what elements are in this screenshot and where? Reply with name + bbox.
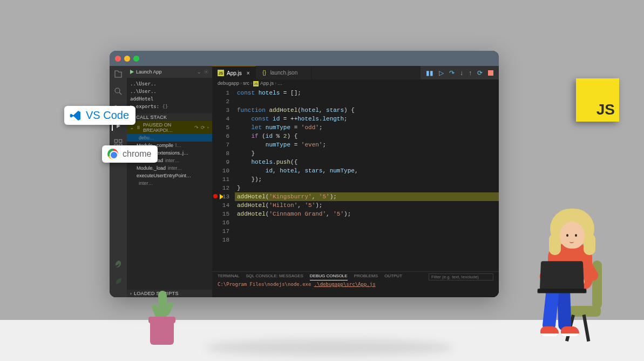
- editor-window: Launch App ⌄ ..\User....\User.. addHotel…: [110, 51, 499, 297]
- code-editor[interactable]: 123456789101112131415161718 const hotels…: [212, 88, 499, 271]
- breadcrumb-item[interactable]: src: [243, 81, 249, 86]
- continue-button[interactable]: ▷: [439, 69, 444, 77]
- line-number[interactable]: 6: [212, 132, 229, 141]
- editor-tabs: JSApp.js×{}launch.json× ▮▮ ▷ ↷ ↓ ↑ ⟳: [212, 66, 499, 79]
- panel-tab-terminal[interactable]: TERMINAL: [218, 273, 239, 280]
- callstack-header[interactable]: ⌄ CALL STACK: [127, 113, 212, 121]
- code-line[interactable]: addHotel('Hilton', '5');: [235, 201, 499, 210]
- chevron-right-icon: ›: [130, 291, 132, 296]
- panel-filter-input[interactable]: [429, 273, 493, 280]
- maximize-dot[interactable]: [133, 56, 139, 62]
- line-number[interactable]: 1: [212, 89, 229, 97]
- stop-icon[interactable]: ▫: [207, 125, 209, 130]
- panel-tab-problems[interactable]: PROBLEMS: [354, 273, 378, 280]
- restart-icon[interactable]: ⟳: [201, 125, 205, 130]
- code-line[interactable]: [235, 236, 499, 244]
- vscode-label: VS Code: [86, 109, 129, 122]
- code-line[interactable]: });: [235, 175, 499, 184]
- stack-frame[interactable]: inter…: [127, 179, 212, 187]
- breadcrumb-item[interactable]: …: [277, 81, 282, 86]
- stack-frame[interactable]: executeUserEntryPoint…: [127, 172, 212, 179]
- line-number[interactable]: 3: [212, 106, 229, 115]
- panel-tab-sql-console-messages[interactable]: SQL CONSOLE: MESSAGES: [246, 273, 303, 280]
- tab-app-js[interactable]: JSApp.js×: [212, 66, 256, 79]
- start-debug-icon[interactable]: [130, 70, 134, 74]
- leaf-icon[interactable]: [113, 259, 123, 269]
- breadcrumb[interactable]: debugapp›src›JSApp.js›…: [212, 79, 499, 88]
- line-number[interactable]: 14: [212, 201, 229, 210]
- code-line[interactable]: const hotels = [];: [235, 89, 499, 97]
- vscode-icon: [70, 110, 82, 122]
- loaded-scripts-title: LOADED SCRIPTS: [134, 291, 179, 296]
- line-number[interactable]: 9: [212, 158, 229, 166]
- search-icon[interactable]: [113, 86, 123, 96]
- launch-config-select[interactable]: Launch App: [136, 69, 195, 75]
- vscode-tag: VS Code: [64, 106, 135, 125]
- step-icon[interactable]: ↷: [194, 125, 199, 130]
- line-number[interactable]: 18: [212, 236, 229, 244]
- code-line[interactable]: if (id % 2) {: [235, 132, 499, 141]
- panel-tab-debug-console[interactable]: DEBUG CONSOLE: [310, 273, 348, 280]
- stack-frame[interactable]: Module._loadinter…: [127, 164, 212, 172]
- code-body[interactable]: const hotels = [];function addHotel(hote…: [233, 88, 499, 271]
- line-number[interactable]: 2: [212, 97, 229, 106]
- line-number[interactable]: 17: [212, 227, 229, 236]
- line-number[interactable]: 15: [212, 210, 229, 218]
- code-line[interactable]: numType = 'even';: [235, 141, 499, 149]
- code-line[interactable]: const id = ++hotels.length;: [235, 115, 499, 123]
- close-dot[interactable]: [115, 56, 121, 62]
- line-number[interactable]: 5: [212, 123, 229, 132]
- breadcrumb-item[interactable]: debugapp: [218, 81, 239, 86]
- restart-button[interactable]: ⟳: [477, 69, 483, 77]
- breadcrumb-item[interactable]: JSApp.js: [253, 81, 274, 86]
- code-line[interactable]: id, hotel, stars, numType,: [235, 166, 499, 175]
- activity-bar: [110, 66, 127, 297]
- svg-rect-5: [119, 139, 122, 142]
- variable-row[interactable]: > exports: {}: [130, 103, 209, 110]
- step-into-button[interactable]: ↓: [460, 69, 463, 77]
- chrome-tag: chrome: [102, 145, 158, 163]
- code-line[interactable]: function addHotel(hotel, stars) {: [235, 106, 499, 115]
- line-number[interactable]: 16: [212, 218, 229, 227]
- stop-button[interactable]: [488, 70, 493, 76]
- variable-row[interactable]: ..\User..: [130, 88, 209, 95]
- variable-row[interactable]: addHotel: [130, 95, 209, 103]
- step-over-button[interactable]: ↷: [449, 69, 455, 77]
- code-line[interactable]: addHotel('Kingsburry', '5');: [235, 192, 499, 201]
- close-tab-icon[interactable]: ×: [247, 70, 250, 76]
- leaf2-icon[interactable]: [113, 277, 123, 286]
- person-illustration: [519, 169, 621, 342]
- code-line[interactable]: }: [235, 149, 499, 158]
- tab-launch-json[interactable]: {}launch.json×: [256, 66, 311, 79]
- json-file-icon: {}: [261, 70, 268, 76]
- shadow: [205, 339, 453, 356]
- pause-button[interactable]: ▮▮: [426, 69, 433, 77]
- chrome-icon: [107, 149, 118, 159]
- svg-point-0: [115, 88, 120, 93]
- line-number[interactable]: 8: [212, 149, 229, 158]
- panel-tab-output[interactable]: OUTPUT: [384, 273, 402, 280]
- step-out-button[interactable]: ↑: [469, 69, 472, 77]
- stack-frame[interactable]: debu…: [127, 134, 212, 142]
- code-line[interactable]: [235, 227, 499, 236]
- loaded-scripts-header[interactable]: › LOADED SCRIPTS: [127, 290, 212, 297]
- code-line[interactable]: [235, 97, 499, 106]
- variables-section: ..\User....\User.. addHotel> exports: {}: [127, 78, 212, 113]
- explorer-icon[interactable]: [113, 69, 123, 79]
- line-number[interactable]: 10: [212, 166, 229, 175]
- code-line[interactable]: addHotel('Cinnamon Grand', '5');: [235, 210, 499, 218]
- line-number[interactable]: 4: [212, 115, 229, 123]
- code-line[interactable]: let numType = 'odd';: [235, 123, 499, 132]
- code-line[interactable]: }: [235, 184, 499, 192]
- variable-row[interactable]: ..\User..: [130, 80, 209, 88]
- code-line[interactable]: [235, 218, 499, 227]
- line-number[interactable]: 12: [212, 184, 229, 192]
- line-number[interactable]: 11: [212, 175, 229, 184]
- gear-icon[interactable]: [204, 69, 209, 75]
- code-line[interactable]: hotels.push({: [235, 158, 499, 166]
- console-link[interactable]: .\debugapp\src\App.js: [314, 282, 376, 287]
- line-number[interactable]: 13: [212, 192, 229, 201]
- line-number[interactable]: 7: [212, 141, 229, 149]
- cactus-decoration: [150, 321, 174, 345]
- minimize-dot[interactable]: [124, 56, 130, 62]
